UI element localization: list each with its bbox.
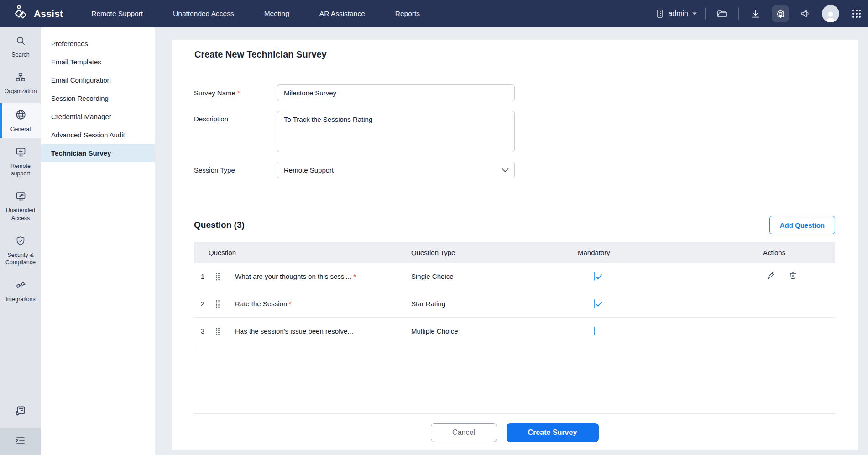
question-text: Has the session's issue been resolve...* xyxy=(235,327,411,335)
monitor-key-icon xyxy=(15,191,26,204)
user-avatar[interactable] xyxy=(822,5,839,22)
rail-item-label: Unattended Access xyxy=(1,207,40,222)
rail-item-integrations[interactable]: Integrations xyxy=(0,274,41,309)
announcement-icon[interactable] xyxy=(797,5,814,22)
rail-item-remote-support[interactable]: Remote support xyxy=(0,141,41,183)
session-type-row: Session Type Remote Support xyxy=(194,162,835,178)
settings-submenu: Preferences Email Templates Email Config… xyxy=(41,27,155,455)
survey-name-label: Survey Name* xyxy=(194,89,277,97)
nav-item-reports[interactable]: Reports xyxy=(395,10,420,18)
menu-item-advanced-session-audit[interactable]: Advanced Session Audit xyxy=(41,126,155,144)
rail-item-label: Security & Compliance xyxy=(1,251,40,267)
org-building-icon xyxy=(655,9,664,19)
row-number: 3 xyxy=(194,327,215,335)
menu-item-technician-survey[interactable]: Technician Survey xyxy=(41,144,155,162)
monitor-plus-icon xyxy=(15,146,26,159)
question-type: Single Choice xyxy=(411,272,578,280)
required-asterisk: * xyxy=(237,89,240,97)
assist-logo-icon xyxy=(12,5,29,22)
plug-icon xyxy=(15,280,26,293)
navbar-divider xyxy=(705,8,706,20)
column-actions: Actions xyxy=(763,249,835,256)
nav-item-unattended-access[interactable]: Unattended Access xyxy=(173,10,234,18)
column-question: Question xyxy=(194,249,411,256)
question-type: Star Rating xyxy=(411,300,578,308)
page-title: Create New Technician Survey xyxy=(194,49,327,60)
rail-item-organization[interactable]: Organization xyxy=(0,66,41,100)
survey-name-row: Survey Name* xyxy=(194,84,835,101)
mandatory-checkbox[interactable] xyxy=(594,299,595,308)
create-survey-button[interactable]: Create Survey xyxy=(507,423,599,442)
rail-item-label: Remote support xyxy=(1,162,40,178)
survey-name-input[interactable] xyxy=(277,84,515,101)
mandatory-checkbox[interactable] xyxy=(594,272,595,281)
settings-gear-icon[interactable] xyxy=(772,5,789,22)
download-icon[interactable] xyxy=(747,5,764,22)
menu-item-email-templates[interactable]: Email Templates xyxy=(41,53,155,71)
collapse-menu-strip[interactable] xyxy=(0,428,41,455)
column-mandatory: Mandatory xyxy=(578,249,763,256)
feedback-note-icon[interactable] xyxy=(15,405,26,418)
create-survey-card: Create New Technician Survey Survey Name… xyxy=(172,40,858,450)
folder-icon[interactable] xyxy=(713,5,731,22)
questions-heading: Question (3) xyxy=(194,220,245,230)
questions-header: Question (3) Add Question xyxy=(194,216,835,234)
nav-item-ar-assistance[interactable]: AR Assistance xyxy=(319,10,365,18)
question-row-1: 1 What are your thoughts on this sessi..… xyxy=(194,263,835,290)
menu-item-preferences[interactable]: Preferences xyxy=(41,35,155,53)
top-navbar: Assist Remote Support Unattended Access … xyxy=(0,0,868,27)
question-type: Multiple Choice xyxy=(411,327,578,335)
main-content: Create New Technician Survey Survey Name… xyxy=(155,27,868,455)
rail-item-search[interactable]: Search xyxy=(0,30,41,64)
question-row-3: 3 Has the session's issue been resolve..… xyxy=(194,318,835,345)
navbar-right-cluster: admin xyxy=(655,5,868,22)
row-number: 1 xyxy=(194,272,215,280)
rail-item-unattended-access[interactable]: Unattended Access xyxy=(0,185,41,227)
rail-item-general[interactable]: General xyxy=(0,103,41,138)
org-chart-icon xyxy=(15,72,26,84)
required-asterisk: * xyxy=(289,300,292,308)
main-nav-menu: Remote Support Unattended Access Meeting… xyxy=(91,10,420,18)
drag-handle-icon[interactable] xyxy=(215,327,235,335)
column-question-type: Question Type xyxy=(411,249,578,256)
collapse-menu-icon xyxy=(15,436,26,447)
question-text: What are your thoughts on this sessi...* xyxy=(235,272,411,280)
navbar-divider xyxy=(738,8,739,20)
nav-item-meeting[interactable]: Meeting xyxy=(264,10,289,18)
rail-bottom xyxy=(0,405,41,455)
account-name: admin xyxy=(668,10,688,18)
rail-item-label: Search xyxy=(11,51,30,58)
nav-item-remote-support[interactable]: Remote Support xyxy=(91,10,143,18)
menu-item-email-configuration[interactable]: Email Configuration xyxy=(41,71,155,89)
mandatory-checkbox[interactable] xyxy=(594,327,595,335)
app-logo[interactable]: Assist xyxy=(12,5,63,22)
add-question-button[interactable]: Add Question xyxy=(769,216,835,234)
delete-icon[interactable] xyxy=(789,271,797,282)
drag-handle-icon[interactable] xyxy=(215,272,235,281)
rail-item-security-compliance[interactable]: Security & Compliance xyxy=(0,230,41,272)
card-footer: Cancel Create Survey xyxy=(194,414,835,450)
description-textarea[interactable]: To Track the Sessions Rating xyxy=(277,111,515,152)
edit-icon[interactable] xyxy=(767,271,775,282)
table-header-row: Question Question Type Mandatory Actions xyxy=(194,242,835,263)
row-number: 2 xyxy=(194,300,215,308)
rail-item-label: Integrations xyxy=(5,296,35,303)
cancel-button[interactable]: Cancel xyxy=(431,423,497,442)
shield-check-icon xyxy=(15,235,26,248)
flex-spacer xyxy=(194,345,835,413)
app-name: Assist xyxy=(34,8,63,19)
description-row: Description To Track the Sessions Rating xyxy=(194,111,835,152)
globe-icon xyxy=(15,109,26,122)
drag-handle-icon[interactable] xyxy=(215,300,235,308)
search-icon xyxy=(16,36,26,48)
session-type-label: Session Type xyxy=(194,166,277,174)
rail-item-label: General xyxy=(10,126,31,133)
account-switcher[interactable]: admin xyxy=(655,9,697,19)
question-row-2: 2 Rate the Session* Star Rating xyxy=(194,290,835,318)
row-actions xyxy=(763,271,835,282)
menu-item-session-recording[interactable]: Session Recording xyxy=(41,89,155,108)
apps-grid-icon[interactable] xyxy=(848,5,865,22)
session-type-value: Remote Support xyxy=(284,166,334,174)
menu-item-credential-manager[interactable]: Credential Manager xyxy=(41,108,155,126)
session-type-select[interactable]: Remote Support xyxy=(277,162,515,178)
